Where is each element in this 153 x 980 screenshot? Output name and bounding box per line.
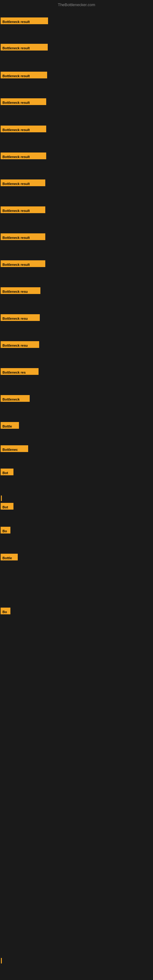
bottleneck-badge: Bot xyxy=(1,503,13,510)
vertical-line xyxy=(1,958,2,964)
bottleneck-badge: Bottleneck result xyxy=(1,44,48,51)
bottleneck-badge: Bottlenec xyxy=(1,445,28,452)
bottleneck-badge: Bottleneck result xyxy=(1,72,47,78)
bottleneck-badge: Bottleneck resu xyxy=(1,341,39,348)
bottleneck-badge: Bottleneck res xyxy=(1,368,38,375)
bottleneck-badge: Bottle xyxy=(1,422,19,429)
bottleneck-badge: Bottleneck result xyxy=(1,260,45,267)
site-title: TheBottlenecker.com xyxy=(0,2,153,7)
bottleneck-badge: Bottleneck result xyxy=(1,126,46,132)
bottleneck-badge: Bot xyxy=(1,469,13,475)
bottleneck-badge: Bottleneck result xyxy=(1,233,45,240)
bottleneck-badge: Bo xyxy=(1,608,10,614)
bottleneck-badge: Bottleneck result xyxy=(1,207,45,213)
bottleneck-badge: Bottleneck result xyxy=(1,18,48,24)
bottleneck-badge: Bottleneck result xyxy=(1,98,46,105)
bottleneck-badge: Bottleneck result xyxy=(1,180,45,186)
bottleneck-badge: Bo xyxy=(1,527,10,533)
bottleneck-badge: Bottleneck xyxy=(1,395,30,402)
bottleneck-badge: Bottleneck resu xyxy=(1,287,40,294)
vertical-line xyxy=(1,495,2,501)
bottleneck-badge: Bottleneck result xyxy=(1,153,46,159)
bottleneck-badge: Bottle xyxy=(1,554,18,560)
bottleneck-badge: Bottleneck resu xyxy=(1,314,40,321)
